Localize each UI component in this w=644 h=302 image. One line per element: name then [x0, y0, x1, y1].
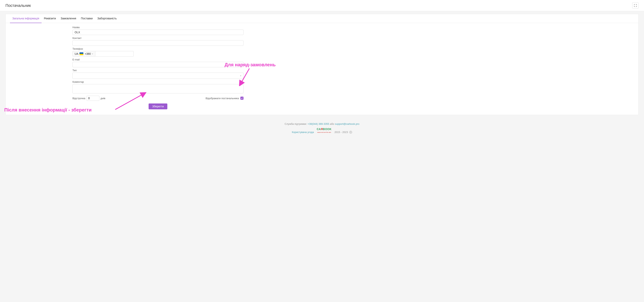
- tabs: Загальна інформація Реквізити Замовлення…: [6, 14, 638, 23]
- email-input[interactable]: [72, 62, 244, 67]
- page-header: Постачальник: [0, 0, 644, 11]
- type-select[interactable]: ▾: [72, 73, 244, 79]
- tab-debt[interactable]: Заборгованість: [95, 14, 119, 23]
- support-phone-link[interactable]: +38(044) 389-3355: [308, 122, 329, 125]
- phone-country-code: UA: [74, 52, 78, 55]
- phone-prefix-text: +380: [84, 52, 91, 55]
- flag-ua-icon: [80, 52, 84, 55]
- contact-label: Контакт: [72, 37, 244, 40]
- chevron-down-icon: ▾: [92, 53, 93, 55]
- tab-requisites[interactable]: Реквізити: [42, 14, 58, 23]
- footer-years: 2015 - 2023: [334, 130, 348, 133]
- carbook-logo-sub: cause we love the cars: [317, 131, 332, 133]
- type-label: Тип: [72, 69, 244, 72]
- phone-number-input[interactable]: [95, 51, 134, 57]
- supplier-card: Загальна інформація Реквізити Замовлення…: [6, 14, 638, 115]
- show-supplier-group: Відображати постачальника: [206, 97, 244, 100]
- support-email-link[interactable]: support@carbook.pro: [335, 122, 359, 125]
- show-supplier-checkbox[interactable]: [240, 97, 244, 100]
- tab-deliveries[interactable]: Поставки: [78, 14, 95, 23]
- tab-orders[interactable]: Замовлення: [58, 14, 78, 23]
- page-footer: Служба підтримки: +38(044) 389-3355 або …: [0, 120, 644, 142]
- phone-label: Телефон: [72, 47, 244, 50]
- deferral-group: Відстрочка днів: [72, 96, 105, 101]
- page-title: Постачальник: [6, 3, 31, 8]
- comment-textarea[interactable]: [72, 84, 244, 93]
- support-or: або: [330, 122, 334, 125]
- email-label: E-mail: [72, 58, 244, 61]
- show-supplier-label: Відображати постачальника: [206, 97, 239, 100]
- tab-general-info[interactable]: Загальна інформація: [10, 14, 42, 23]
- comment-label: Коментар: [72, 80, 244, 83]
- phone-country-select[interactable]: UA +380 ▾: [72, 51, 95, 57]
- user-agreement-link[interactable]: Користувача угода: [292, 130, 314, 133]
- save-button[interactable]: Зберегти: [148, 103, 167, 109]
- deferral-input[interactable]: [86, 96, 100, 101]
- fullscreen-button[interactable]: [632, 2, 638, 9]
- name-label: Назва: [72, 26, 244, 29]
- registered-mark-icon: R: [349, 131, 352, 133]
- name-input[interactable]: [72, 30, 244, 35]
- contact-input[interactable]: [72, 40, 244, 46]
- deferral-label: Відстрочка: [72, 97, 85, 100]
- expand-icon: [634, 4, 637, 7]
- carbook-logo: CAЯBOOK cause we love the cars: [316, 126, 332, 134]
- form-body: Назва Контакт Телефон UA +3: [6, 23, 638, 115]
- check-icon: [241, 97, 243, 99]
- chevron-down-icon: ▾: [240, 75, 241, 77]
- support-prefix: Служба підтримки:: [285, 122, 307, 125]
- deferral-unit: днів: [100, 97, 106, 100]
